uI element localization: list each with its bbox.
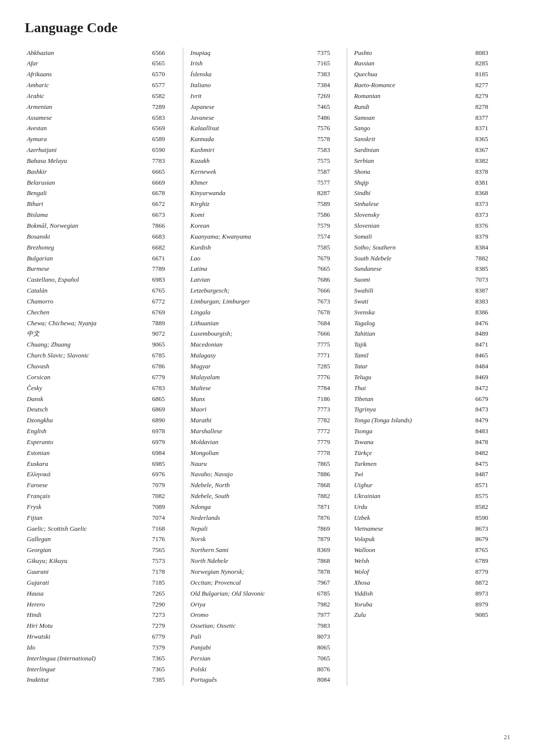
table-row: Uighur8571 <box>352 480 505 491</box>
table-row: Volapuk8679 <box>352 534 505 545</box>
language-code: 7384 <box>315 80 342 91</box>
table-row: Estonian6984 <box>25 448 178 458</box>
language-code: 8373 <box>473 199 505 210</box>
language-code: 7878 <box>315 567 342 578</box>
table-row: Macedonian7775 <box>188 340 341 351</box>
language-name: Português <box>188 675 315 686</box>
language-name: Norwegian Nynorsk; <box>188 567 315 578</box>
table-row: Interlingua (International)7365 <box>25 653 178 664</box>
table-row: Brezhoneg6682 <box>25 242 178 253</box>
language-name: Letzeburgesch; <box>188 286 315 297</box>
language-code: 6583 <box>150 112 178 123</box>
language-code: 8373 <box>473 210 505 221</box>
language-name: Lithuanian <box>188 318 315 329</box>
language-name: Navaho; Navajo <box>188 469 315 480</box>
table-row: Kinyarwanda8287 <box>188 188 341 199</box>
language-name: Maltese <box>188 383 315 394</box>
table-row: Marathi7782 <box>188 415 341 426</box>
table-row: Nederlands7876 <box>188 512 341 523</box>
table-row: Sotho; Southern8384 <box>352 242 505 253</box>
language-name: Bahasa Melayu <box>25 155 150 166</box>
language-name: Tswana <box>352 437 474 448</box>
table-row: Shqip8381 <box>352 177 505 188</box>
table-row: Ελληνικά6976 <box>25 469 178 480</box>
language-code: 8185 <box>473 69 505 80</box>
table-row: Slovensky8373 <box>352 210 505 221</box>
language-name: Twi <box>352 469 474 480</box>
language-code: 6570 <box>150 69 178 80</box>
table-row: Ossetian; Ossetic7983 <box>188 621 341 632</box>
language-name: Chechen <box>25 307 150 318</box>
language-name: Gallegan <box>25 534 150 545</box>
language-code: 6582 <box>150 91 178 101</box>
table-row: Italiano7384 <box>188 80 341 91</box>
language-name: Bislama <box>25 210 150 221</box>
column-1: Inupiaq7375Irish7165Íslenska7383Italiano… <box>188 48 347 686</box>
language-code: 7073 <box>473 275 505 286</box>
table-row: Telugu8469 <box>352 372 505 383</box>
language-name: Interlingua (International) <box>25 653 150 664</box>
language-name: Quechua <box>352 69 474 80</box>
language-name: Suomi <box>352 275 474 286</box>
table-row: English6978 <box>25 426 178 437</box>
table-row: Khmer7577 <box>188 177 341 188</box>
table-row: Russian8285 <box>352 58 505 69</box>
language-code: 6682 <box>150 242 178 253</box>
language-code: 9065 <box>150 340 178 351</box>
language-code: 7576 <box>315 123 342 134</box>
language-name: Arabic <box>25 91 150 101</box>
language-name: Lao <box>188 253 315 264</box>
language-name: Church Slavic; Slavonic <box>25 351 150 361</box>
language-code: 7465 <box>315 101 342 112</box>
table-row: Yiddish8973 <box>352 588 505 599</box>
language-name: Old Bulgarian; Old Slavonic <box>188 588 315 599</box>
language-code: 7779 <box>315 437 342 448</box>
language-code: 8365 <box>473 134 505 145</box>
language-code: 7577 <box>315 177 342 188</box>
language-name: Tajik <box>352 340 474 351</box>
language-code: 6566 <box>150 48 178 58</box>
language-code: 7375 <box>315 48 342 58</box>
language-code: 8472 <box>473 383 505 394</box>
language-name: Kirghiz <box>188 199 315 210</box>
language-name: Pushto <box>352 48 474 58</box>
language-name: Esperanto <box>25 437 150 448</box>
table-row: Norsk7879 <box>188 534 341 545</box>
language-name: Komi <box>188 210 315 221</box>
language-code: 7165 <box>315 58 342 69</box>
language-name: Ndonga <box>188 502 315 512</box>
table-row: Tswana8478 <box>352 437 505 448</box>
table-row: Walloon8765 <box>352 545 505 556</box>
language-name: Burmese <box>25 264 150 275</box>
language-name: Deutsch <box>25 404 150 415</box>
language-name: Swati <box>352 296 474 307</box>
language-code: 7269 <box>315 91 342 101</box>
language-name: Bulgarian <box>25 253 150 264</box>
language-name: Turkmen <box>352 458 474 469</box>
table-row: Luxembourgish;7666 <box>188 329 341 340</box>
language-code: 6683 <box>150 231 178 242</box>
table-row: Georgian7565 <box>25 545 178 556</box>
language-name: Sundanese <box>352 264 474 275</box>
language-name: Luxembourgish; <box>188 329 315 340</box>
table-row: Kernewek7587 <box>188 166 341 177</box>
language-name: Marshallese <box>188 426 315 437</box>
table-row: Gallegan7176 <box>25 534 178 545</box>
table-row: Moldavian7779 <box>188 437 341 448</box>
language-name: Sardinian <box>352 145 474 156</box>
language-name: Xhosa <box>352 577 474 588</box>
language-code: 6779 <box>150 632 178 643</box>
language-name: Kuanyama; Kwanyama <box>188 231 315 242</box>
language-code: 7686 <box>315 275 342 286</box>
language-name: Nauru <box>188 458 315 469</box>
language-name: Tsonga <box>352 426 474 437</box>
language-name: Faroese <box>25 480 150 491</box>
table-row: Malagasy7771 <box>188 351 341 361</box>
language-code: 7869 <box>315 523 342 534</box>
language-code: 7778 <box>315 448 342 458</box>
language-code: 7776 <box>315 372 342 383</box>
table-row: Armenian7289 <box>25 101 178 112</box>
language-code: 7265 <box>150 588 178 599</box>
language-name: Slovenian <box>352 221 474 232</box>
language-code: 7876 <box>315 512 342 523</box>
